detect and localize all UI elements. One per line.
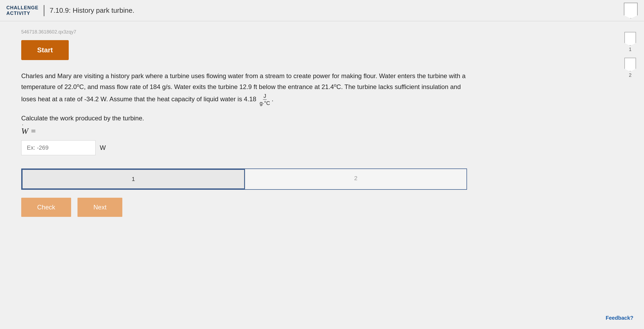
sidebar-badge-1[interactable]: 1 (624, 32, 636, 52)
feedback-link[interactable]: Feedback? (606, 315, 633, 321)
start-button[interactable]: Start (21, 40, 69, 60)
answer-input[interactable] (21, 140, 96, 155)
badge-num-1: 1 (629, 47, 632, 52)
calculate-instruction: Calculate the work produced by the turbi… (21, 115, 563, 122)
fraction-numerator: J (263, 92, 267, 100)
badge-shape-2 (624, 58, 636, 71)
sidebar-badge-2[interactable]: 2 (624, 58, 636, 78)
page-header: CHALLENGE ACTIVITY 7.10.9: History park … (0, 0, 644, 21)
challenge-label: CHALLENGE ACTIVITY (6, 5, 44, 16)
unit-label: W (100, 144, 106, 151)
equation-display: Ẇ = (21, 126, 563, 136)
header-badge-icon (624, 3, 638, 19)
challenge-line1: CHALLENGE (6, 5, 38, 11)
problem-id: 546718.3618602.qx3zqy7 (21, 29, 563, 35)
challenge-line2: ACTIVITY (6, 11, 38, 16)
page-title: 7.10.9: History park turbine. (50, 6, 134, 15)
tab-part-2[interactable]: 2 (245, 169, 467, 189)
fraction-denominator: g·°C (259, 100, 271, 107)
main-content: 546718.3618602.qx3zqy7 Start Charles and… (0, 21, 584, 243)
part-tabs: 1 2 (21, 168, 467, 190)
heat-capacity-fraction: J g·°C (259, 92, 271, 107)
action-buttons: Check Next (21, 198, 563, 217)
badge-shape-1 (624, 32, 636, 46)
answer-input-row: W (21, 140, 563, 155)
w-dot-symbol: Ẇ = (21, 126, 36, 136)
tab-part-1[interactable]: 1 (22, 169, 245, 189)
sidebar: 1 2 (624, 32, 636, 78)
check-button[interactable]: Check (21, 198, 71, 217)
badge-num-2: 2 (629, 73, 632, 78)
problem-description: Charles and Mary are visiting a history … (21, 71, 472, 107)
next-button[interactable]: Next (77, 198, 122, 217)
